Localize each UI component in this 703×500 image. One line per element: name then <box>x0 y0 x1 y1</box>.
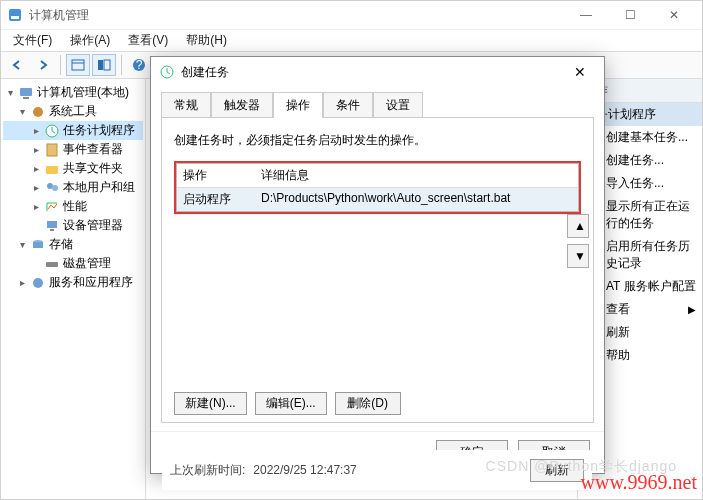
svg-rect-0 <box>9 9 21 21</box>
tab-settings[interactable]: 设置 <box>373 92 423 118</box>
tree-root[interactable]: ▾ 计算机管理(本地) <box>3 83 143 102</box>
tree-local-users[interactable]: ▸ 本地用户和组 <box>3 178 143 197</box>
tree-disk-mgmt[interactable]: 磁盘管理 <box>3 254 143 273</box>
svg-rect-16 <box>47 221 57 228</box>
toolbar-btn-2[interactable] <box>92 54 116 76</box>
new-button[interactable]: 新建(N)... <box>174 392 247 415</box>
svg-rect-9 <box>23 97 29 99</box>
tab-triggers[interactable]: 触发器 <box>211 92 273 118</box>
cell-detail: D:\Products\Python\work\Auto_screen\star… <box>255 188 578 211</box>
tree-services-apps[interactable]: ▸ 服务和应用程序 <box>3 273 143 292</box>
tab-actions[interactable]: 操作 <box>273 92 323 118</box>
svg-rect-19 <box>33 242 43 248</box>
status-strip: 上次刷新时间: 2022/9/25 12:47:37 刷新 <box>162 450 592 490</box>
tree-shared-folders[interactable]: ▸ 共享文件夹 <box>3 159 143 178</box>
svg-point-15 <box>52 185 58 191</box>
svg-rect-12 <box>47 144 57 156</box>
nav-tree: ▾ 计算机管理(本地) ▾ 系统工具 ▸ 任务计划程序 ▸ 事件查看器 ▸ <box>1 79 146 499</box>
refresh-button[interactable]: 刷新 <box>530 459 584 482</box>
delete-button[interactable]: 删除(D) <box>335 392 401 415</box>
menu-action[interactable]: 操作(A) <box>62 30 118 51</box>
svg-rect-1 <box>11 16 19 19</box>
svg-rect-13 <box>46 166 58 174</box>
svg-point-21 <box>33 278 43 288</box>
tab-general[interactable]: 常规 <box>161 92 211 118</box>
menu-view[interactable]: 查看(V) <box>120 30 176 51</box>
tab-body-actions: 创建任务时，必须指定任务启动时发生的操作。 操作 详细信息 启动程序 D:\Pr… <box>161 117 594 423</box>
tree-performance[interactable]: ▸ 性能 <box>3 197 143 216</box>
dialog-close-button[interactable]: ✕ <box>564 60 596 84</box>
toolbar-btn-1[interactable] <box>66 54 90 76</box>
dialog-tabs: 常规 触发器 操作 条件 设置 <box>151 87 604 117</box>
move-up-button[interactable]: ▲ <box>567 214 589 238</box>
dialog-title: 创建任务 <box>181 64 229 81</box>
svg-rect-8 <box>20 88 32 96</box>
window-title: 计算机管理 <box>29 7 89 24</box>
svg-rect-4 <box>98 60 103 70</box>
grid-header: 操作 详细信息 <box>177 164 578 188</box>
dialog-titlebar: 创建任务 ✕ <box>151 57 604 87</box>
last-refresh-label: 上次刷新时间: <box>170 462 245 479</box>
col-detail[interactable]: 详细信息 <box>255 164 578 187</box>
app-icon <box>7 7 23 23</box>
grid-empty-area <box>174 214 581 384</box>
tree-task-scheduler[interactable]: ▸ 任务计划程序 <box>3 121 143 140</box>
titlebar: 计算机管理 — ☐ ✕ <box>1 1 702 29</box>
menu-file[interactable]: 文件(F) <box>5 30 60 51</box>
svg-rect-2 <box>72 60 84 70</box>
tree-device-manager[interactable]: 设备管理器 <box>3 216 143 235</box>
help-button[interactable]: ? <box>127 54 151 76</box>
forward-button[interactable] <box>31 54 55 76</box>
col-action[interactable]: 操作 <box>177 164 255 187</box>
svg-rect-20 <box>46 262 58 267</box>
svg-text:?: ? <box>136 58 143 72</box>
menubar: 文件(F) 操作(A) 查看(V) 帮助(H) <box>1 29 702 51</box>
tree-event-viewer[interactable]: ▸ 事件查看器 <box>3 140 143 159</box>
last-refresh-value: 2022/9/25 12:47:37 <box>253 463 356 477</box>
minimize-button[interactable]: — <box>564 1 608 29</box>
svg-rect-17 <box>50 229 54 231</box>
cell-action: 启动程序 <box>177 188 255 211</box>
actions-note: 创建任务时，必须指定任务启动时发生的操作。 <box>174 128 581 161</box>
svg-point-10 <box>33 107 43 117</box>
grid-row[interactable]: 启动程序 D:\Products\Python\work\Auto_screen… <box>177 188 578 211</box>
tree-system-tools[interactable]: ▾ 系统工具 <box>3 102 143 121</box>
actions-grid-highlight: 操作 详细信息 启动程序 D:\Products\Python\work\Aut… <box>174 161 581 214</box>
svg-rect-5 <box>104 60 110 70</box>
tab-conditions[interactable]: 条件 <box>323 92 373 118</box>
create-task-dialog: 创建任务 ✕ 常规 触发器 操作 条件 设置 创建任务时，必须指定任务启动时发生… <box>150 56 605 474</box>
chevron-right-icon: ▶ <box>688 304 696 315</box>
menu-help[interactable]: 帮助(H) <box>178 30 235 51</box>
dialog-icon <box>159 64 175 80</box>
move-down-button[interactable]: ▼ <box>567 244 589 268</box>
close-button[interactable]: ✕ <box>652 1 696 29</box>
tree-storage[interactable]: ▾ 存储 <box>3 235 143 254</box>
maximize-button[interactable]: ☐ <box>608 1 652 29</box>
edit-button[interactable]: 编辑(E)... <box>255 392 327 415</box>
actions-grid[interactable]: 操作 详细信息 启动程序 D:\Products\Python\work\Aut… <box>176 163 579 212</box>
back-button[interactable] <box>5 54 29 76</box>
